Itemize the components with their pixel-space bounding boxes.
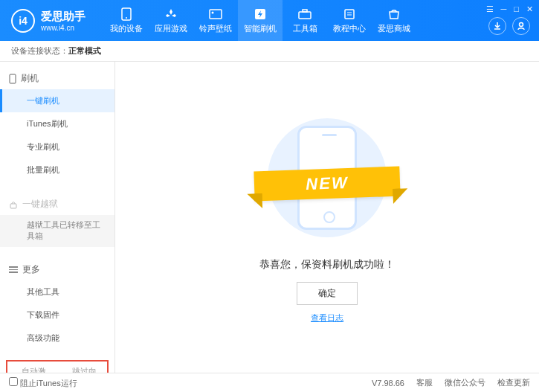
window-controls: ☰ ─ □ ✕ (486, 4, 533, 14)
apps-icon (164, 7, 178, 21)
new-ribbon: NEW (254, 167, 400, 202)
titlebar: i4 爱思助手 www.i4.cn 我的设备 应用游戏 铃声壁纸 智能刷机 工具… (0, 0, 539, 41)
svg-rect-6 (303, 10, 307, 12)
flash-icon (253, 7, 268, 21)
sidebar-group-flash[interactable]: 刷机 (0, 68, 114, 89)
sidebar: 刷机 一键刷机 iTunes刷机 专业刷机 批量刷机 一键越狱 越狱工具已转移至… (0, 62, 115, 373)
checkbox-auto-activate[interactable]: 自动激活 (10, 366, 54, 373)
menu-icon[interactable]: ☰ (486, 4, 494, 14)
phone-icon (119, 7, 134, 21)
app-url: www.i4.cn (41, 24, 85, 32)
sidebar-item-itunes-flash[interactable]: iTunes刷机 (0, 112, 114, 135)
svg-point-3 (212, 11, 214, 13)
main-nav: 我的设备 应用游戏 铃声壁纸 智能刷机 工具箱 教程中心 爱思商城 (104, 0, 416, 41)
sidebar-jailbreak-note: 越狱工具已转移至工具箱 (0, 215, 114, 247)
close-icon[interactable]: ✕ (526, 4, 533, 14)
logo: i4 爱思助手 www.i4.cn (11, 9, 85, 33)
minimize-icon[interactable]: ─ (501, 4, 507, 14)
sidebar-item-oneclick-flash[interactable]: 一键刷机 (0, 89, 114, 112)
svg-rect-12 (10, 204, 16, 208)
footer-link-support[interactable]: 客服 (416, 377, 433, 388)
sidebar-item-advanced[interactable]: 高级功能 (0, 327, 114, 350)
svg-rect-7 (345, 10, 354, 19)
checkbox-skip-guide[interactable]: 跳过向导 (61, 366, 104, 373)
lock-icon (9, 200, 18, 209)
maximize-icon[interactable]: □ (514, 4, 519, 14)
svg-point-1 (126, 17, 127, 19)
svg-rect-11 (10, 74, 16, 83)
ok-button[interactable]: 确定 (297, 282, 358, 305)
nav-smart-flash[interactable]: 智能刷机 (238, 0, 283, 41)
footer-link-wechat[interactable]: 微信公众号 (445, 377, 485, 388)
status-mode: 正常模式 (68, 45, 101, 57)
nav-store[interactable]: 爱思商城 (372, 0, 416, 41)
phone-small-icon (9, 74, 16, 84)
svg-point-10 (520, 23, 523, 27)
logo-icon: i4 (11, 9, 35, 33)
nav-ringtones[interactable]: 铃声壁纸 (193, 0, 238, 41)
svg-rect-5 (299, 12, 311, 19)
menu-icon (9, 266, 18, 273)
download-button[interactable] (488, 17, 506, 35)
nav-toolbox[interactable]: 工具箱 (283, 0, 327, 41)
checkbox-highlight-area: 自动激活 跳过向导 (6, 360, 109, 373)
sidebar-group-more[interactable]: 更多 (0, 259, 114, 280)
sidebar-item-batch-flash[interactable]: 批量刷机 (0, 158, 114, 181)
app-name: 爱思助手 (41, 10, 85, 24)
checkbox-block-itunes[interactable]: 阻止iTunes运行 (9, 377, 77, 389)
success-message: 恭喜您，保资料刷机成功啦！ (259, 258, 395, 271)
book-icon (342, 7, 357, 21)
sidebar-item-other-tools[interactable]: 其他工具 (0, 280, 114, 303)
user-button[interactable] (512, 17, 530, 35)
svg-rect-2 (210, 10, 222, 19)
status-bar: 设备连接状态： 正常模式 (0, 41, 539, 62)
success-illustration: NEW (260, 111, 394, 245)
status-prefix: 设备连接状态： (11, 45, 68, 57)
view-log-link[interactable]: 查看日志 (311, 312, 343, 324)
store-icon (387, 7, 401, 21)
nav-tutorials[interactable]: 教程中心 (327, 0, 372, 41)
main-panel: NEW 恭喜您，保资料刷机成功啦！ 确定 查看日志 (115, 62, 539, 373)
nav-my-device[interactable]: 我的设备 (104, 0, 149, 41)
version-label: V7.98.66 (372, 379, 404, 388)
footer: 阻止iTunes运行 V7.98.66 客服 微信公众号 检查更新 (0, 373, 539, 392)
header-actions (488, 17, 530, 35)
toolbox-icon (297, 7, 312, 21)
nav-apps-games[interactable]: 应用游戏 (149, 0, 193, 41)
sidebar-item-pro-flash[interactable]: 专业刷机 (0, 135, 114, 158)
sidebar-group-jailbreak[interactable]: 一键越狱 (0, 193, 114, 215)
footer-link-update[interactable]: 检查更新 (497, 377, 530, 388)
sidebar-item-download-fw[interactable]: 下载固件 (0, 303, 114, 327)
image-icon (208, 7, 223, 21)
